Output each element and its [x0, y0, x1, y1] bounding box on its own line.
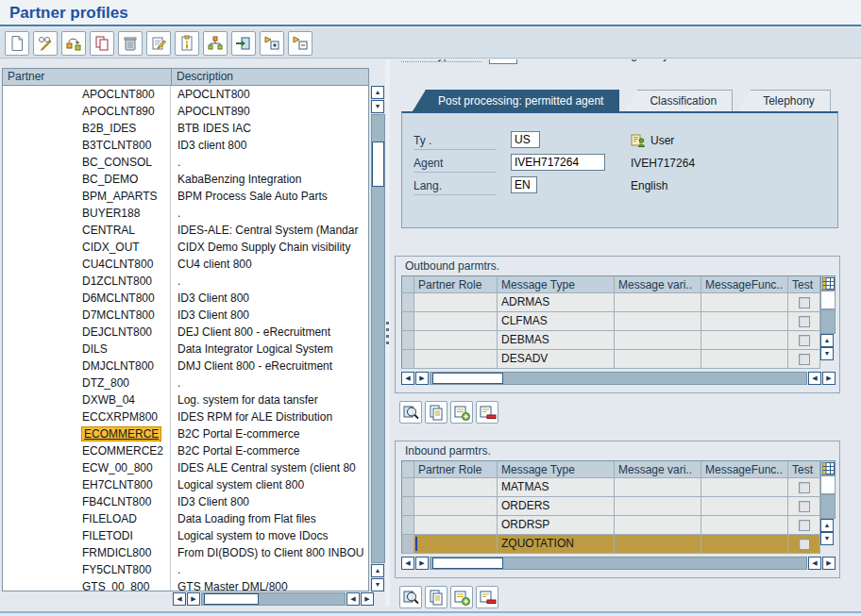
- scroll-left-button[interactable]: ◀: [401, 372, 414, 385]
- scroll-up-button[interactable]: ▲: [371, 86, 384, 99]
- table-cell[interactable]: [701, 293, 788, 312]
- partner-id[interactable]: FILELOAD: [82, 512, 137, 525]
- documentation-button[interactable]: [175, 31, 199, 56]
- test-checkbox[interactable]: [799, 501, 810, 512]
- scroll-track[interactable]: [201, 592, 346, 606]
- partner-row[interactable]: CENTRALIDES-ALE: Central System (Mandar: [3, 222, 368, 239]
- partner-id[interactable]: BUYER188: [82, 207, 140, 220]
- table-cell[interactable]: [701, 478, 788, 497]
- test-checkbox[interactable]: [799, 539, 810, 550]
- message-type-cell[interactable]: ZQUOTATION: [498, 535, 615, 554]
- column-header[interactable]: Message Type: [498, 460, 615, 478]
- scroll-up-button[interactable]: ▲: [820, 334, 834, 347]
- partner-id[interactable]: DILS: [82, 342, 108, 356]
- partner-row[interactable]: B2B_IDESBTB IDES IAC: [3, 120, 368, 137]
- scroll-thumb[interactable]: [820, 309, 836, 334]
- outbound-table-hscrollbar[interactable]: ◀ ▶ ◀ ▶: [401, 371, 836, 385]
- scroll-right-button[interactable]: ▶: [415, 557, 429, 570]
- table-cell[interactable]: [615, 350, 701, 369]
- message-type-cell[interactable]: CLFMAS: [498, 312, 615, 331]
- partner-row[interactable]: DTZ_800.: [3, 375, 368, 391]
- partner-row[interactable]: EH7CLNT800Logical system client 800: [3, 476, 368, 493]
- scroll-up-button[interactable]: ▲: [820, 519, 834, 532]
- table-cell[interactable]: [701, 331, 788, 350]
- create-button[interactable]: [5, 31, 29, 56]
- delete-line-button[interactable]: [476, 401, 498, 424]
- partner-row[interactable]: FB4CLNT800ID3 Client 800: [3, 493, 368, 510]
- table-cell[interactable]: [615, 478, 701, 497]
- scroll-down-button[interactable]: ▼: [820, 347, 834, 360]
- row-selector[interactable]: [401, 535, 414, 554]
- partner-id[interactable]: D1ZCLNT800: [82, 275, 152, 288]
- partner-id[interactable]: DEJCLNT800: [82, 325, 152, 339]
- scroll-thumb[interactable]: [372, 142, 384, 187]
- scroll-right-button[interactable]: ▶: [187, 592, 200, 606]
- partner-row[interactable]: D7MCLNT800ID3 Client 800: [3, 307, 368, 324]
- partner-row[interactable]: BUYER188.: [3, 205, 368, 222]
- details-button[interactable]: [399, 586, 422, 608]
- tab-post-processing[interactable]: Post processing: permitted agent: [413, 90, 619, 111]
- copy-row-button[interactable]: [425, 401, 447, 424]
- table-cell[interactable]: [615, 331, 701, 350]
- row-selector[interactable]: [401, 350, 414, 369]
- partner-id[interactable]: APOCLNT800: [82, 88, 155, 101]
- partner-type-input[interactable]: LS: [489, 59, 517, 64]
- column-header[interactable]: MessageFunc..: [701, 275, 788, 293]
- column-header[interactable]: Partner Role: [414, 460, 498, 478]
- partner-id[interactable]: APOCLNT890: [82, 105, 155, 118]
- partner-id[interactable]: FY5CLNT800: [82, 563, 151, 576]
- table-cell[interactable]: [414, 312, 498, 331]
- table-cell[interactable]: [615, 312, 701, 331]
- test-checkbox[interactable]: [799, 297, 810, 308]
- partner-id[interactable]: ECOMMERCE: [82, 427, 160, 441]
- partner-row[interactable]: FILELOADData Loading from Flat files: [3, 510, 368, 527]
- table-cell[interactable]: [615, 535, 701, 554]
- scroll-left-button[interactable]: ◀: [401, 557, 414, 570]
- partner-row[interactable]: GTS_00_800GTS Master DML/800: [3, 578, 368, 591]
- table-cell[interactable]: [701, 516, 788, 535]
- tab-telephony[interactable]: Telephony: [737, 90, 831, 111]
- hierarchy-button[interactable]: [203, 31, 228, 56]
- delete-line-button[interactable]: [476, 586, 498, 608]
- copy-as-button[interactable]: [61, 31, 86, 56]
- goto-table-button[interactable]: [231, 31, 256, 56]
- partner-id[interactable]: ECOMMERCE2: [82, 444, 163, 458]
- scroll-right-button[interactable]: ▶: [822, 557, 836, 570]
- test-checkbox[interactable]: [799, 482, 810, 493]
- table-cell[interactable]: [615, 497, 701, 516]
- partner-row[interactable]: BPM_APARTSBPM Process Sale Auto Parts: [3, 188, 368, 205]
- table-cell[interactable]: [414, 497, 498, 516]
- scroll-right-button[interactable]: ▶: [415, 372, 429, 385]
- partner-row[interactable]: CU4CLNT800CU4 client 800: [3, 256, 368, 273]
- partner-id[interactable]: FRMDICL800: [82, 546, 151, 559]
- collapse-all-button[interactable]: [288, 31, 312, 56]
- language-field[interactable]: EN: [511, 176, 537, 193]
- scroll-track[interactable]: [820, 475, 836, 494]
- partner-row[interactable]: FY5CLNT800.: [3, 561, 368, 578]
- scroll-down-button[interactable]: ▼: [820, 532, 834, 545]
- row-selector[interactable]: [401, 331, 414, 350]
- table-cell[interactable]: [414, 293, 498, 312]
- table-cell[interactable]: [701, 350, 788, 369]
- partner-id[interactable]: ECW_00_800: [82, 461, 153, 474]
- scroll-track[interactable]: [820, 291, 836, 309]
- partner-id[interactable]: B2B_IDES: [82, 122, 136, 135]
- row-selector[interactable]: [401, 312, 414, 331]
- partner-id[interactable]: EH7CLNT800: [82, 478, 153, 491]
- scroll-left-button[interactable]: ◀: [808, 372, 821, 385]
- column-header[interactable]: Test: [788, 275, 820, 293]
- message-type-cell[interactable]: DESADV: [498, 350, 615, 369]
- column-header[interactable]: Message vari..: [615, 460, 701, 478]
- scroll-thumb[interactable]: [204, 593, 259, 605]
- partner-row[interactable]: APOCLNT890APOCLNT890: [3, 103, 368, 120]
- scroll-thumb[interactable]: [432, 373, 503, 384]
- table-configuration-icon[interactable]: [820, 275, 836, 291]
- row-selector[interactable]: [401, 293, 414, 312]
- column-header[interactable]: Test: [788, 460, 820, 478]
- partner-row[interactable]: DILSData Integrator Logical System: [3, 341, 368, 358]
- table-cell[interactable]: [701, 535, 788, 554]
- partner-id[interactable]: CENTRAL: [82, 224, 135, 237]
- partner-id[interactable]: DXWB_04: [82, 393, 135, 407]
- message-type-cell[interactable]: ADRMAS: [498, 293, 615, 312]
- partner-row[interactable]: APOCLNT800APOCLNT800: [3, 86, 368, 103]
